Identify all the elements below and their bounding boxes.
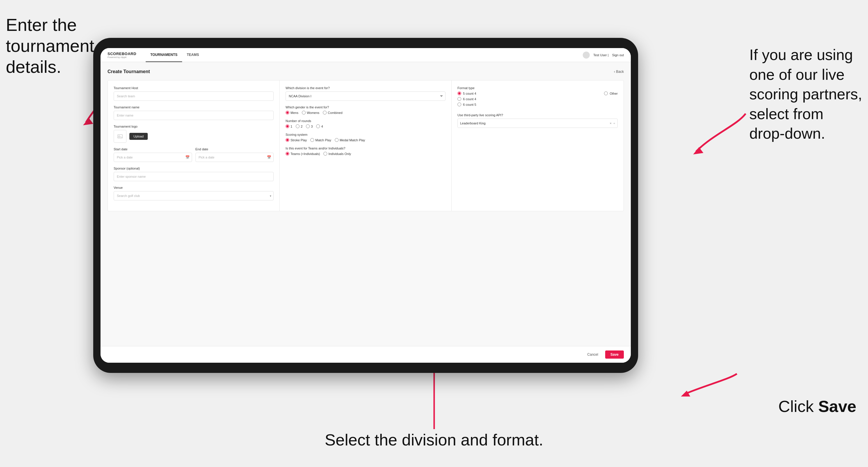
- rounds-3[interactable]: 3: [306, 124, 313, 128]
- rounds-1[interactable]: 1: [285, 124, 292, 128]
- rounds-1-label: 1: [290, 125, 292, 128]
- gender-combined-label: Combined: [328, 111, 342, 115]
- format-6count4-radio[interactable]: [458, 97, 461, 101]
- navbar: SCOREBOARD Powered by clippit TOURNAMENT…: [100, 48, 631, 62]
- venue-label: Venue: [114, 186, 274, 189]
- scoring-medal-match-radio[interactable]: [335, 138, 339, 142]
- svg-marker-0: [83, 118, 93, 125]
- page-header: Create Tournament Back: [107, 69, 624, 74]
- tournament-name-input[interactable]: [114, 111, 274, 120]
- logo-preview: [114, 130, 126, 143]
- navbar-right: Test User | Sign out: [583, 52, 624, 59]
- brand-sub: Powered by clippit: [107, 56, 136, 59]
- scoring-medal-match-label: Medal Match Play: [340, 138, 365, 142]
- api-select-wrap[interactable]: Leaderboard King × ÷: [458, 119, 618, 128]
- start-date-wrap: 📅: [114, 153, 192, 162]
- gender-combined-radio[interactable]: [323, 111, 327, 115]
- form-col-3: Format type 5 count 4: [452, 81, 624, 211]
- venue-chevron-icon: ▾: [270, 194, 271, 197]
- gender-mens-radio[interactable]: [285, 111, 289, 115]
- team-teams-radio[interactable]: [285, 152, 289, 156]
- back-link[interactable]: Back: [614, 70, 624, 74]
- save-button[interactable]: Save: [605, 350, 624, 359]
- team-teams[interactable]: Teams (+Individuals): [285, 152, 320, 156]
- gender-label: Which gender is the event for?: [285, 105, 445, 109]
- user-avatar: [583, 52, 590, 59]
- format-left: 5 count 4 6 count 4 6 count 5: [458, 91, 600, 106]
- logo-upload-area: Upload: [114, 130, 274, 143]
- rounds-4[interactable]: 4: [316, 124, 323, 128]
- rounds-4-radio[interactable]: [316, 124, 320, 128]
- format-other-label: Other: [610, 92, 618, 95]
- api-clear-icon[interactable]: ×: [610, 122, 612, 125]
- start-date-input[interactable]: [114, 153, 192, 162]
- api-toggle-icon[interactable]: ÷: [613, 122, 615, 125]
- rounds-3-radio[interactable]: [306, 124, 310, 128]
- api-label: Use third-party live scoring API?: [458, 113, 618, 117]
- sponsor-input[interactable]: [114, 172, 274, 181]
- annotation-top-right: If you are using one of our live scoring…: [749, 45, 862, 144]
- gender-mens[interactable]: Mens: [285, 111, 298, 115]
- scoring-match[interactable]: Match Play: [310, 138, 331, 142]
- api-select-value: Leaderboard King: [460, 122, 610, 125]
- rounds-1-radio[interactable]: [285, 124, 289, 128]
- tournament-logo-group: Tournament logo Upload: [114, 125, 274, 143]
- api-group: Use third-party live scoring API? Leader…: [458, 113, 618, 128]
- format-6count5[interactable]: 6 count 5: [458, 102, 600, 106]
- team-individuals[interactable]: Individuals Only: [323, 152, 351, 156]
- scoring-radio-group: Stroke Play Match Play Medal Match Play: [285, 138, 445, 142]
- venue-input[interactable]: [114, 191, 274, 200]
- end-date-icon: 📅: [267, 155, 271, 159]
- team-individuals-radio[interactable]: [323, 152, 327, 156]
- brand: SCOREBOARD Powered by clippit: [107, 52, 136, 59]
- nav-teams[interactable]: TEAMS: [182, 48, 204, 62]
- nav-tournaments[interactable]: TOURNAMENTS: [146, 48, 182, 62]
- annotation-bottom-center: Select the division and format.: [324, 430, 543, 449]
- rounds-radio-group: 1 2 3 4: [285, 124, 445, 128]
- division-select[interactable]: NCAA Division I: [285, 91, 445, 101]
- format-6count5-radio[interactable]: [458, 102, 461, 106]
- tournament-host-input[interactable]: [114, 91, 274, 101]
- svg-point-6: [119, 135, 120, 137]
- gender-womens-label: Womens: [307, 111, 319, 115]
- format-other-radio[interactable]: [604, 91, 608, 95]
- format-5count4[interactable]: 5 count 4: [458, 91, 600, 95]
- scoring-match-radio[interactable]: [310, 138, 314, 142]
- end-date-label: End date: [195, 148, 274, 151]
- brand-title: SCOREBOARD: [107, 52, 136, 56]
- end-date-wrap: 📅: [195, 153, 274, 162]
- scoring-stroke-radio[interactable]: [285, 138, 289, 142]
- venue-group: Venue ▾: [114, 186, 274, 200]
- team-teams-label: Teams (+Individuals): [290, 152, 320, 156]
- sponsor-label: Sponsor (optional): [114, 167, 274, 170]
- save-bold: Save: [818, 397, 856, 415]
- gender-combined[interactable]: Combined: [323, 111, 342, 115]
- tablet-screen: SCOREBOARD Powered by clippit TOURNAMENT…: [100, 48, 631, 363]
- form-col-2: Which division is the event for? NCAA Di…: [280, 81, 452, 211]
- format-6count4-label: 6 count 4: [463, 97, 476, 101]
- rounds-2-radio[interactable]: [296, 124, 300, 128]
- scoring-label: Scoring system: [285, 133, 445, 136]
- click-save-prefix: Click: [778, 397, 818, 415]
- upload-button[interactable]: Upload: [129, 133, 148, 140]
- format-type-label: Format type: [458, 86, 618, 90]
- scoring-medal-match[interactable]: Medal Match Play: [335, 138, 365, 142]
- form-col-1: Tournament Host Tournament name Tourname…: [108, 81, 280, 211]
- end-date-input[interactable]: [195, 153, 274, 162]
- gender-radio-group: Mens Womens Combined: [285, 111, 445, 115]
- division-label: Which division is the event for?: [285, 86, 445, 90]
- scoring-group: Scoring system Stroke Play Match Play: [285, 133, 445, 142]
- format-other[interactable]: Other: [604, 91, 618, 95]
- sign-out-link[interactable]: Sign out: [612, 53, 624, 57]
- format-5count4-radio[interactable]: [458, 91, 461, 95]
- format-options: 5 count 4 6 count 4 6 count 5: [458, 91, 600, 106]
- rounds-group: Number of rounds 1 2: [285, 119, 445, 128]
- format-6count4[interactable]: 6 count 4: [458, 97, 600, 101]
- gender-womens[interactable]: Womens: [302, 111, 319, 115]
- team-group: Is this event for Teams and/or Individua…: [285, 147, 445, 156]
- cancel-button[interactable]: Cancel: [584, 351, 602, 358]
- main-content: Create Tournament Back Tournament Host T…: [100, 62, 631, 346]
- scoring-stroke[interactable]: Stroke Play: [285, 138, 307, 142]
- gender-womens-radio[interactable]: [302, 111, 306, 115]
- rounds-2[interactable]: 2: [296, 124, 303, 128]
